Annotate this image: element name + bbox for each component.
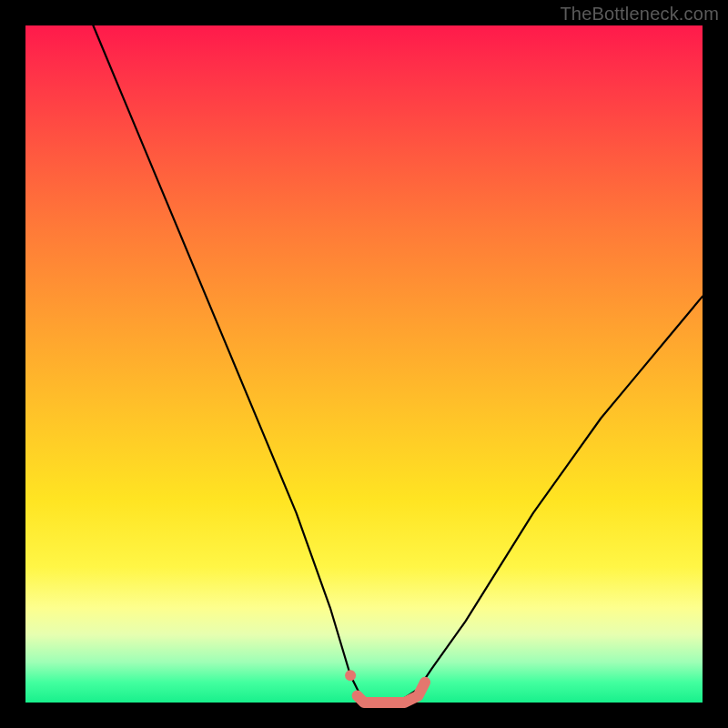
bottleneck-curve <box>93 25 703 703</box>
curve-svg <box>25 25 703 703</box>
optimal-range-bar <box>358 682 425 703</box>
optimal-marker-dot <box>345 670 356 681</box>
watermark-text: TheBottleneck.com <box>560 4 719 25</box>
plot-area <box>25 25 703 703</box>
chart-frame: TheBottleneck.com <box>0 0 728 728</box>
